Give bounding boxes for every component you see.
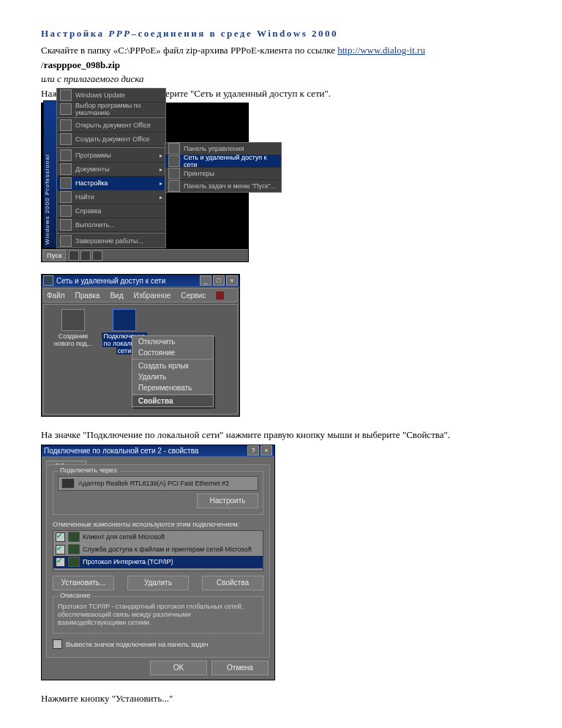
remove-button[interactable]: Удалить	[127, 576, 189, 590]
menu-icon	[168, 168, 180, 179]
cancel-button[interactable]: Отмена	[211, 661, 269, 675]
menu-item[interactable]: Создать документ Office	[57, 133, 165, 146]
quicklaunch-icon[interactable]	[69, 250, 79, 261]
chevron-right-icon: ▸	[160, 194, 162, 201]
ctx-item[interactable]: Переименовать	[132, 382, 213, 393]
ctx-separator	[132, 359, 213, 360]
menu-icon	[60, 177, 72, 189]
checkbox-icon[interactable]	[56, 545, 65, 554]
show-icon-checkbox[interactable]: Вывести значок подключения на панель зад…	[53, 639, 263, 649]
submenu-item[interactable]: Панель задач и меню "Пуск"...	[165, 180, 281, 192]
screenshot-network-folder: Сеть и удаленный доступ к сети _ □ × Фай…	[41, 274, 240, 417]
checkbox-icon[interactable]	[53, 639, 62, 649]
menu-item[interactable]: Выбор программы по умолчанию	[57, 103, 165, 116]
icon-label: Создание нового под...	[50, 333, 97, 347]
folder-body: Создание нового под... Подключение по ло…	[43, 304, 238, 415]
component-icon	[68, 532, 80, 542]
ctx-item-properties[interactable]: Свойства	[132, 395, 213, 406]
ctx-item[interactable]: Состояние	[132, 347, 213, 358]
window-title: Сеть и удаленный доступ к сети	[56, 277, 165, 285]
download-link[interactable]: http://www.dialog-it.ru	[337, 45, 425, 56]
ctx-item[interactable]: Отключить	[132, 336, 213, 347]
adapter-name: Адаптер Realtek RTL8139(A) PCI Fast Ethe…	[78, 480, 229, 487]
step3-text: Нажмите кнопку "Установить..."	[41, 692, 521, 705]
menu-item[interactable]: Завершение работы...	[57, 234, 165, 248]
intro-text: Скачайте в папку «C:\PPPoE» файл zip-арх…	[41, 45, 337, 56]
submenu-item-network[interactable]: Сеть и удаленный доступ к сети	[165, 155, 281, 168]
menu-item[interactable]: Windows Update	[57, 89, 165, 103]
context-menu: Отключить Состояние Создать ярлык Удалит…	[132, 335, 214, 407]
component-icon	[68, 544, 80, 554]
submenu-item[interactable]: Принтеры	[165, 168, 281, 180]
menu-icon	[60, 133, 72, 145]
menu-item[interactable]: Документы▸	[57, 163, 165, 177]
start-button[interactable]: Пуск	[43, 250, 66, 261]
group-description: Описание Протокол TCP/IP - стандартный п…	[53, 596, 263, 634]
components-list[interactable]: Клиент для сетей Microsoft Служба доступ…	[53, 530, 263, 571]
menu-overflow-icon[interactable]: »	[216, 291, 224, 300]
zip-line: /raspppoe_098b.zip	[41, 59, 521, 72]
window-icon	[43, 275, 53, 286]
ok-button[interactable]: OK	[150, 661, 207, 675]
close-button[interactable]: ×	[261, 445, 272, 456]
menu-icon	[60, 219, 72, 231]
menu-item[interactable]: Найти▸	[57, 190, 165, 204]
list-item[interactable]: Служба доступа к файлам и принтерам сете…	[53, 543, 263, 556]
window-titlebar: Сеть и удаленный доступ к сети _ □ ×	[42, 275, 239, 286]
properties-button[interactable]: Свойства	[202, 576, 263, 590]
quicklaunch-icon[interactable]	[92, 250, 102, 261]
wizard-icon	[61, 309, 85, 331]
chevron-right-icon: ▸	[160, 152, 162, 159]
maximize-button[interactable]: □	[213, 275, 225, 286]
menu-item-settings[interactable]: Настройка▸	[57, 177, 165, 190]
menu-icon	[168, 143, 180, 155]
menu-item[interactable]: Открыть документ Office	[57, 119, 165, 133]
checkbox-icon[interactable]	[56, 532, 65, 542]
ctx-separator	[132, 394, 213, 395]
start-menu-column: Windows Update Выбор программы по умолча…	[56, 88, 166, 248]
menu-icon	[60, 163, 72, 175]
screenshot-start-menu: Windows 2000 Professional Windows Update…	[41, 103, 249, 262]
component-icon	[68, 557, 80, 567]
list-item-tcpip[interactable]: Протокол Интернета (TCP/IP)	[53, 556, 263, 568]
menu-icon	[60, 89, 72, 101]
title-ppp: PPP	[108, 28, 131, 39]
taskbar: Пуск	[42, 249, 248, 261]
title-post: –соединения в среде Windows 2000	[132, 28, 338, 39]
menu-bar: Файл Правка Вид Избранное Сервис »	[43, 288, 238, 302]
intro-paragraph: Скачайте в папку «C:\PPPoE» файл zip-арх…	[41, 44, 521, 57]
description-text: Протокол TCP/IP - стандартный протокол г…	[58, 603, 258, 628]
screenshot-properties-dialog: Подключение по локальной сети 2 - свойст…	[41, 445, 275, 680]
checkbox-icon[interactable]	[56, 557, 65, 567]
page-title: Настройка PPP–соединения в среде Windows…	[41, 28, 521, 40]
icon-label: сети	[116, 347, 132, 354]
lan-icon	[113, 309, 136, 331]
menu-fav[interactable]: Избранное	[133, 291, 171, 300]
help-button[interactable]: ?	[247, 445, 259, 456]
install-button[interactable]: Установить...	[53, 576, 114, 590]
components-label: Отмеченные компоненты используются этим …	[53, 521, 263, 528]
menu-item[interactable]: Выполнить...	[57, 218, 165, 232]
chevron-right-icon: ▸	[160, 180, 162, 187]
list-item[interactable]: Клиент для сетей Microsoft	[53, 531, 263, 543]
menu-view[interactable]: Вид	[110, 291, 123, 300]
cd-note: или с прилагаемого диска	[41, 73, 521, 86]
start-sidebar: Windows 2000 Professional	[43, 100, 58, 248]
menu-icon	[168, 180, 180, 192]
menu-icon	[60, 149, 72, 161]
ctx-item[interactable]: Удалить	[132, 371, 213, 382]
dialog-footer: OK Отмена	[146, 661, 269, 675]
minimize-button[interactable]: _	[200, 275, 211, 286]
menu-item[interactable]: Справка	[57, 204, 165, 218]
ctx-item[interactable]: Создать ярлык	[132, 360, 213, 371]
tab-panel: Подключить через: Адаптер Realtek RTL813…	[46, 464, 270, 658]
configure-button[interactable]: Настроить	[197, 494, 258, 508]
menu-file[interactable]: Файл	[47, 291, 65, 300]
quicklaunch-icon[interactable]	[80, 250, 91, 261]
chevron-right-icon: ▸	[160, 166, 162, 173]
close-button[interactable]: ×	[226, 275, 238, 286]
icon-new-connection[interactable]: Создание нового под...	[50, 309, 97, 347]
menu-item[interactable]: Программы▸	[57, 149, 165, 163]
menu-edit[interactable]: Правка	[75, 291, 100, 300]
menu-tools[interactable]: Сервис	[181, 291, 206, 300]
